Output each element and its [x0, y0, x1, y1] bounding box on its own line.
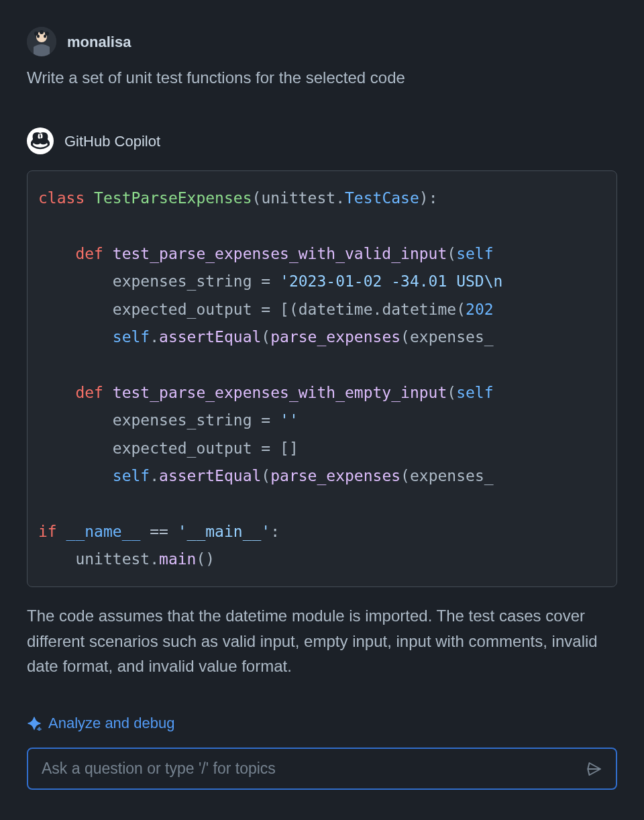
username: monalisa [67, 31, 131, 53]
copilot-avatar [27, 127, 54, 154]
svg-point-6 [45, 32, 49, 36]
chat-input[interactable] [42, 760, 576, 778]
assistant-message-header: GitHub Copilot [27, 127, 617, 154]
svg-point-8 [42, 140, 45, 143]
user-message-header: monalisa [27, 27, 617, 56]
send-icon[interactable] [586, 761, 602, 777]
code-block: class TestParseExpenses(unittest.TestCas… [27, 170, 617, 587]
suggestion-link[interactable]: Analyze and debug [27, 712, 617, 734]
assistant-explanation: The code assumes that the datetime modul… [27, 603, 617, 678]
svg-point-4 [40, 30, 44, 34]
chat-input-container[interactable] [27, 748, 617, 790]
keyword: class [38, 189, 85, 207]
copilot-icon [31, 132, 50, 150]
user-prompt: Write a set of unit test functions for t… [27, 66, 617, 90]
avatar-image-icon [27, 27, 56, 56]
sparkle-icon [27, 716, 42, 731]
svg-point-5 [34, 32, 38, 36]
class-name: TestParseExpenses [94, 189, 252, 207]
user-avatar [27, 27, 56, 56]
svg-point-7 [36, 140, 39, 143]
assistant-name: GitHub Copilot [64, 130, 160, 152]
suggestion-label: Analyze and debug [48, 712, 174, 734]
